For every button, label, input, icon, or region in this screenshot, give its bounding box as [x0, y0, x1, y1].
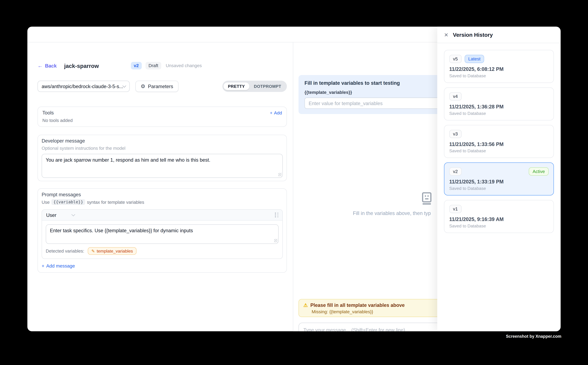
close-icon[interactable]: ✕	[444, 32, 448, 37]
version-card-v1[interactable]: v1 11/21/2025, 9:16:39 AM Saved to Datab…	[444, 200, 554, 233]
chevron-down-icon[interactable]	[72, 212, 75, 216]
toggle-pretty[interactable]: PRETTY	[223, 83, 249, 90]
prompt-message-input[interactable]: Enter task specifics. Use {{template_var…	[46, 224, 279, 244]
resize-grip-icon[interactable]	[274, 239, 277, 242]
draft-badge: Draft	[145, 62, 161, 69]
version-timestamp: 11/21/2025, 9:16:39 AM	[449, 217, 549, 222]
tools-empty-text: No tools added	[42, 118, 282, 123]
drag-handle-icon[interactable]	[275, 213, 278, 218]
version-saved-label: Saved to Database	[449, 186, 549, 191]
warning-title-text: Please fill in all template variables ab…	[311, 302, 405, 308]
version-card-v4[interactable]: v4 11/21/2025, 1:36:28 PM Saved to Datab…	[444, 87, 554, 120]
syntax-hint: Use {{variable}} syntax for template var…	[42, 199, 283, 205]
developer-message-subtitle: Optional system instructions for the mod…	[42, 146, 283, 151]
detected-variables-label: Detected variables:	[46, 248, 84, 254]
prompt-editor-pane: ← Back jack-sparrow v2 Draft Unsaved cha…	[28, 42, 293, 331]
version-id-badge: v5	[449, 55, 462, 63]
model-select[interactable]: aws/anthropic/bedrock-claude-3-5-s...	[38, 81, 130, 92]
version-timestamp: 11/22/2025, 6:08:12 PM	[449, 66, 549, 72]
unsaved-changes-label: Unsaved changes	[166, 63, 202, 68]
role-select-value[interactable]: User	[46, 212, 56, 218]
prompt-message-item: User Enter task specifics. Use {{templat…	[42, 209, 283, 259]
version-history-list: v5 Latest 11/22/2025, 6:08:12 PM Saved t…	[437, 43, 560, 244]
back-button[interactable]: ← Back	[38, 63, 57, 69]
parameters-label: Parameters	[148, 84, 173, 89]
version-card-v2-active[interactable]: v2 Active 11/21/2025, 1:33:19 PM Saved t…	[444, 162, 554, 196]
version-badge: v2	[131, 62, 142, 69]
detected-variables-row: Detected variables: ✎ template_variables	[46, 247, 279, 255]
add-tool-label: Add	[274, 110, 282, 115]
version-timestamp: 11/21/2025, 1:33:19 PM	[449, 179, 549, 185]
resize-grip-icon[interactable]	[278, 173, 282, 176]
breadcrumb-row: ← Back jack-sparrow v2 Draft Unsaved cha…	[38, 62, 287, 69]
syntax-suffix: syntax for template variables	[87, 199, 144, 204]
pencil-icon: ✎	[91, 249, 95, 253]
add-tool-button[interactable]: + Add	[270, 110, 282, 115]
version-history-header: ✕ Version History	[437, 27, 560, 43]
chevron-down-icon	[122, 84, 126, 87]
developer-message-input[interactable]: You are jack sparrow number 1, respond a…	[42, 154, 283, 178]
back-label: Back	[45, 63, 57, 69]
latest-badge: Latest	[464, 55, 484, 63]
version-timestamp: 11/21/2025, 1:36:28 PM	[449, 104, 549, 110]
parameters-button[interactable]: ⚙ Parameters	[135, 81, 178, 92]
back-arrow-icon: ←	[38, 63, 43, 68]
version-id-badge: v2	[449, 167, 462, 176]
version-id-badge: v1	[449, 205, 462, 213]
toggle-dotprompt[interactable]: DOTPROMPT	[249, 83, 286, 90]
developer-message-title: Developer message	[42, 138, 283, 144]
model-toolbar: aws/anthropic/bedrock-claude-3-5-s... ⚙ …	[38, 81, 287, 92]
warning-icon: ⚠	[303, 302, 308, 308]
prompt-messages-title: Prompt messages	[42, 192, 283, 197]
version-id-badge: v3	[449, 130, 462, 138]
model-select-value: aws/anthropic/bedrock-claude-3-5-s...	[42, 84, 123, 89]
format-toggle: PRETTY DOTPROMPT	[222, 81, 287, 92]
add-message-label: Add message	[46, 263, 75, 269]
active-badge: Active	[529, 167, 549, 176]
detected-variable-chip[interactable]: ✎ template_variables	[88, 247, 137, 255]
screenshot-stage: ← Back jack-sparrow v2 Draft Unsaved cha…	[0, 0, 588, 365]
app-window: ← Back jack-sparrow v2 Draft Unsaved cha…	[28, 27, 560, 331]
add-message-button[interactable]: + Add message	[42, 263, 283, 269]
developer-message-card: Developer message Optional system instru…	[38, 135, 287, 181]
message-role-header: User	[42, 210, 282, 221]
syntax-prefix: Use	[42, 199, 49, 204]
detected-variable-name: template_variables	[97, 249, 133, 253]
version-history-title: Version History	[453, 32, 493, 38]
watermark-text: Screenshot by Xnapper.com	[506, 334, 561, 338]
version-card-v3[interactable]: v3 11/21/2025, 1:33:56 PM Saved to Datab…	[444, 125, 554, 158]
version-saved-label: Saved to Database	[449, 74, 549, 78]
tools-title: Tools	[42, 110, 54, 116]
plus-icon: +	[270, 110, 272, 115]
gear-icon: ⚙	[141, 84, 145, 89]
empty-state-text: Fill in the variables above, then typ	[353, 211, 431, 216]
version-history-panel: ✕ Version History v5 Latest 11/22/2025, …	[437, 27, 560, 331]
version-card-v5[interactable]: v5 Latest 11/22/2025, 6:08:12 PM Saved t…	[444, 50, 554, 83]
robot-icon	[420, 192, 433, 205]
prompt-messages-card: Prompt messages Use {{variable}} syntax …	[38, 188, 287, 273]
variable-syntax-chip: {{variable}}	[51, 199, 85, 205]
tools-card: Tools + Add No tools added	[38, 106, 287, 127]
page-title: jack-sparrow	[64, 63, 99, 69]
plus-icon: +	[42, 263, 44, 269]
version-saved-label: Saved to Database	[449, 111, 549, 116]
version-timestamp: 11/21/2025, 1:33:56 PM	[449, 141, 549, 147]
version-saved-label: Saved to Database	[449, 224, 549, 228]
version-saved-label: Saved to Database	[449, 148, 549, 153]
version-id-badge: v4	[449, 92, 462, 100]
